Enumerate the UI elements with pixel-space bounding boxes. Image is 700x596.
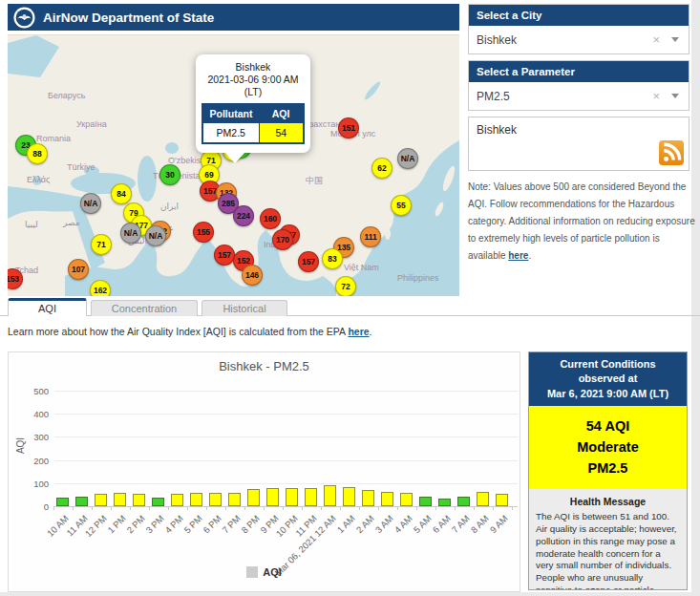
gridline [54, 391, 518, 392]
city-panel: Select a City Bishkek × [468, 4, 689, 54]
page: AirNow Department of State [0, 0, 700, 596]
city-select-value: Bishkek [477, 33, 517, 47]
aqi-marker[interactable]: 30 [159, 164, 180, 185]
aqi-bar [381, 492, 393, 506]
aqi-marker[interactable]: 146 [242, 265, 263, 286]
parameter-panel-header: Select a Parameter [469, 61, 689, 82]
health-message-text: The AQI is between 51 and 100. Air quali… [529, 511, 687, 590]
map-country-label: Romania [36, 134, 71, 143]
map-country-label: 中国 [306, 175, 323, 187]
aqi-bar [209, 493, 222, 506]
feed-city-label: Bishkek [477, 123, 517, 137]
aqi-bar [190, 493, 202, 506]
cc-header-observed: observed at [533, 372, 683, 386]
tab-aqi[interactable]: AQI [8, 298, 87, 316]
x-tick-mark [92, 506, 93, 510]
aqi-bar [400, 493, 413, 506]
cc-header-title: Current Conditions [533, 357, 683, 372]
aqi-marker[interactable]: N/A [120, 223, 141, 244]
popup-col-aqi: AQI [259, 104, 304, 123]
aqi-chart: Bishkek - PM2.5 AQI 010020030040050010 A… [8, 351, 520, 592]
cc-aqi-category: Moderate [529, 437, 687, 458]
y-tick-label: 500 [14, 386, 49, 396]
tab-historical[interactable]: Historical [202, 300, 287, 316]
aqi-marker[interactable]: 162 [90, 280, 111, 296]
learn-more-here-link[interactable]: here [348, 326, 369, 337]
aqi-marker[interactable]: 155 [193, 222, 214, 243]
map-country-label: Việt Nam [344, 263, 379, 272]
aqi-bar [477, 492, 489, 506]
aqi-marker[interactable]: 170 [272, 229, 293, 250]
aqi-marker[interactable]: N/A [397, 148, 418, 169]
y-tick-label: 200 [14, 456, 49, 466]
aqi-bar [228, 493, 241, 506]
x-tick-mark [474, 506, 475, 510]
x-tick-mark [416, 506, 417, 510]
aqi-marker[interactable]: 151 [338, 117, 359, 138]
gridline [54, 460, 518, 461]
x-tick-mark [264, 506, 265, 510]
department-of-state-seal-icon [13, 7, 35, 29]
aqi-marker[interactable]: 71 [91, 234, 112, 255]
learn-more-suffix: . [370, 326, 372, 337]
gridline [54, 506, 518, 507]
parameter-panel: Select a Parameter PM2.5 × [468, 60, 689, 111]
parameter-dropdown-caret-icon[interactable] [671, 94, 679, 98]
gridline [54, 414, 518, 415]
aqi-marker[interactable]: 107 [68, 259, 89, 280]
aqi-bar [114, 493, 126, 506]
city-dropdown-caret-icon[interactable] [671, 37, 679, 42]
city-clear-icon[interactable]: × [652, 35, 660, 45]
x-tick-mark [283, 506, 284, 510]
y-tick-label: 100 [14, 479, 49, 489]
aqi-note: Note: Values above 500 are considered Be… [468, 179, 695, 265]
chart-legend: AQI [9, 566, 520, 578]
rss-icon[interactable] [659, 140, 684, 165]
current-conditions-panel: Current Conditions observed at Mar 6, 20… [528, 351, 688, 590]
x-tick-mark [455, 506, 456, 510]
aqi-bar [286, 488, 298, 506]
x-tick-mark [130, 506, 131, 510]
current-conditions-header: Current Conditions observed at Mar 6, 20… [529, 352, 687, 406]
parameter-select[interactable]: PM2.5 × [469, 82, 689, 110]
popup-datetime: 2021-03-06 9:00 AM [202, 74, 305, 86]
city-select[interactable]: Bishkek × [469, 26, 689, 53]
aqi-marker[interactable]: 84 [111, 183, 132, 204]
aqi-bar [152, 498, 164, 506]
tab-bar: AQI Concentration Historical [8, 298, 287, 316]
x-tick-mark [53, 506, 54, 510]
popup-timezone: (LT) [202, 86, 305, 98]
aqi-marker[interactable]: 55 [391, 195, 412, 216]
x-tick-mark [168, 506, 169, 510]
map-country-label: Ελλάς [27, 175, 50, 184]
popup-pollutant-value: PM2.5 [202, 123, 259, 144]
learn-more-text: Learn more about how the Air Quality Ind… [8, 326, 372, 337]
map-popup: Bishkek 2021-03-06 9:00 AM (LT) Pollutan… [196, 54, 310, 153]
health-message-title: Health Message [529, 489, 687, 511]
aqi-map[interactable]: БеларусьУкраїнаRomaniaTürkiyeΕλλάςКазахс… [8, 34, 459, 296]
popup-pointer [224, 152, 245, 163]
aqi-bar [56, 498, 69, 506]
aqi-marker[interactable]: 224 [233, 205, 254, 226]
aqi-bar [343, 487, 355, 506]
aqi-marker[interactable]: N/A [145, 225, 166, 246]
cc-header-datetime: Mar 6, 2021 9:00 AM (LT) [533, 387, 683, 401]
aqi-bar [266, 488, 279, 506]
legend-swatch [246, 566, 258, 578]
popup-col-pollutant: Pollutant [202, 104, 259, 123]
tab-concentration[interactable]: Concentration [91, 300, 198, 316]
aqi-marker[interactable]: 157 [298, 251, 319, 272]
y-tick-label: 0 [14, 501, 49, 512]
aqi-marker[interactable]: 83 [322, 248, 343, 269]
aqi-bar [438, 499, 451, 506]
parameter-clear-icon[interactable]: × [652, 92, 660, 101]
aqi-marker[interactable]: 157 [214, 245, 235, 266]
aqi-marker[interactable]: 160 [260, 208, 281, 229]
aqi-marker[interactable]: 62 [371, 158, 392, 179]
note-here-link[interactable]: here [508, 250, 528, 261]
aqi-marker[interactable]: 88 [27, 143, 48, 164]
map-country-label: Philippines [397, 273, 439, 283]
aqi-marker[interactable]: 111 [360, 226, 381, 247]
aqi-marker[interactable]: 72 [335, 276, 356, 296]
aqi-marker[interactable]: N/A [80, 193, 101, 214]
